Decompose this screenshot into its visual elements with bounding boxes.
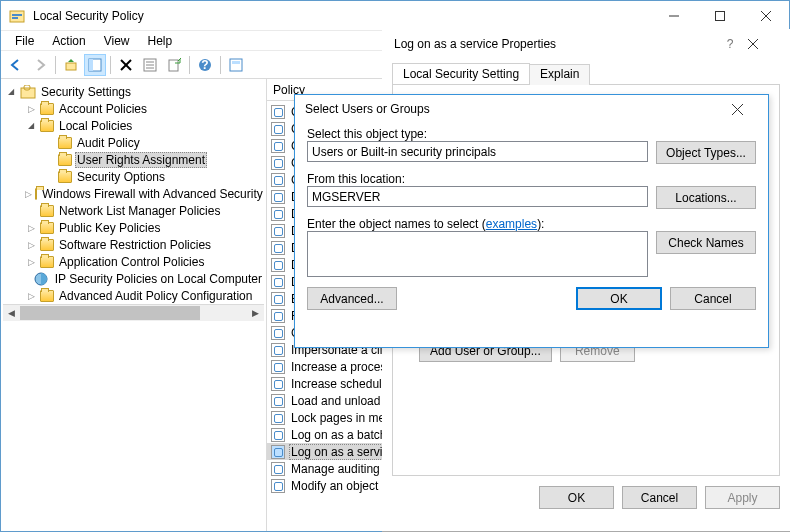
folder-icon: [40, 222, 54, 234]
titlebar: Local Security Policy: [1, 1, 789, 31]
back-button[interactable]: [5, 54, 27, 76]
tree-item[interactable]: IP Security Policies on Local Computer: [3, 270, 264, 287]
expand-icon[interactable]: [25, 239, 37, 251]
scroll-right-icon[interactable]: ▶: [247, 305, 264, 321]
app-icon: [9, 8, 25, 24]
policy-icon: [271, 428, 285, 442]
minimize-button[interactable]: [651, 1, 697, 30]
policy-icon: [271, 224, 285, 238]
ok-button[interactable]: OK: [539, 486, 614, 509]
svg-rect-9: [89, 59, 93, 71]
policy-icon: [271, 258, 285, 272]
menu-action[interactable]: Action: [44, 32, 93, 50]
tree-item-label: Windows Firewall with Advanced Security: [40, 187, 265, 201]
menu-help[interactable]: Help: [140, 32, 181, 50]
menu-view[interactable]: View: [96, 32, 138, 50]
folder-icon: [58, 154, 72, 166]
tree-item-label: Security Options: [75, 170, 167, 184]
show-hide-tree-button[interactable]: [84, 54, 106, 76]
policy-icon: [271, 241, 285, 255]
tree-item[interactable]: Public Key Policies: [3, 219, 264, 236]
expand-icon[interactable]: [25, 222, 37, 234]
maximize-button[interactable]: [697, 1, 743, 30]
expand-icon[interactable]: [25, 119, 37, 132]
folder-icon: [40, 290, 54, 302]
tree-item-label: Network List Manager Policies: [57, 204, 222, 218]
select-dialog-titlebar: Select Users or Groups: [295, 95, 768, 123]
advanced-button[interactable]: Advanced...: [307, 287, 397, 310]
close-button[interactable]: [732, 104, 762, 115]
tree-item[interactable]: Security Options: [3, 168, 264, 185]
tab-explain[interactable]: Explain: [529, 64, 590, 85]
close-button[interactable]: [748, 39, 784, 49]
policy-label: Log on as a service: [289, 444, 397, 460]
tree-pane[interactable]: Security Settings Account PoliciesLocal …: [1, 79, 267, 531]
refresh-button[interactable]: [225, 54, 247, 76]
svg-rect-16: [169, 60, 178, 71]
properties-title: Log on as a service Properties: [394, 37, 712, 51]
close-button[interactable]: [743, 1, 789, 30]
tree-item-label: Account Policies: [57, 102, 149, 116]
tree-item-label: IP Security Policies on Local Computer: [53, 272, 264, 286]
select-users-or-groups-dialog: Select Users or Groups Select this objec…: [294, 94, 769, 348]
svg-rect-1: [12, 14, 22, 16]
examples-link[interactable]: examples: [486, 217, 537, 231]
policy-icon: [271, 173, 285, 187]
help-button[interactable]: ?: [712, 37, 748, 51]
location-field[interactable]: [307, 186, 648, 207]
tree-item-label: User Rights Assignment: [75, 152, 207, 168]
policy-icon: [271, 105, 285, 119]
policy-icon: [271, 462, 285, 476]
folder-icon: [40, 103, 54, 115]
tree-item-label: Audit Policy: [75, 136, 142, 150]
tree-item[interactable]: User Rights Assignment: [3, 151, 264, 168]
tree-item[interactable]: Application Control Policies: [3, 253, 264, 270]
properties-titlebar: Log on as a service Properties ?: [382, 29, 790, 59]
delete-button[interactable]: [115, 54, 137, 76]
policy-icon: [271, 156, 285, 170]
help-button[interactable]: ?: [194, 54, 216, 76]
object-names-input[interactable]: [307, 231, 648, 277]
policy-icon: [271, 445, 285, 459]
cancel-button[interactable]: Cancel: [670, 287, 756, 310]
expand-icon[interactable]: [5, 85, 17, 98]
policy-icon: [271, 326, 285, 340]
tree-item[interactable]: Audit Policy: [3, 134, 264, 151]
policy-icon: [271, 292, 285, 306]
cancel-button[interactable]: Cancel: [622, 486, 697, 509]
folder-icon: [35, 188, 37, 200]
tree-item-label: Local Policies: [57, 119, 134, 133]
tree-item[interactable]: Account Policies: [3, 100, 264, 117]
expand-icon[interactable]: [25, 290, 37, 302]
expand-icon[interactable]: [25, 103, 37, 115]
tree-item[interactable]: Advanced Audit Policy Configuration: [3, 287, 264, 304]
export-button[interactable]: [163, 54, 185, 76]
tree-root[interactable]: Security Settings: [3, 83, 264, 100]
scroll-thumb[interactable]: [20, 306, 200, 320]
forward-button[interactable]: [29, 54, 51, 76]
policy-icon: [271, 411, 285, 425]
tab-local-security-setting[interactable]: Local Security Setting: [392, 63, 530, 84]
tree-item[interactable]: Local Policies: [3, 117, 264, 134]
tree-item-label: Software Restriction Policies: [57, 238, 213, 252]
tree-horizontal-scrollbar[interactable]: ◀ ▶: [3, 304, 264, 321]
tree-item[interactable]: Network List Manager Policies: [3, 202, 264, 219]
expand-icon[interactable]: [25, 188, 32, 200]
ipsec-icon: [34, 272, 50, 286]
security-settings-icon: [20, 85, 36, 99]
ok-button[interactable]: OK: [576, 287, 662, 310]
object-types-button[interactable]: Object Types...: [656, 141, 756, 164]
svg-rect-20: [232, 61, 240, 64]
menu-file[interactable]: File: [7, 32, 42, 50]
apply-button: Apply: [705, 486, 780, 509]
folder-icon: [58, 137, 72, 149]
expand-icon[interactable]: [25, 256, 37, 268]
locations-button[interactable]: Locations...: [656, 186, 756, 209]
tree-item[interactable]: Software Restriction Policies: [3, 236, 264, 253]
object-type-field[interactable]: [307, 141, 648, 162]
up-button[interactable]: [60, 54, 82, 76]
check-names-button[interactable]: Check Names: [656, 231, 756, 254]
properties-button[interactable]: [139, 54, 161, 76]
tree-item[interactable]: Windows Firewall with Advanced Security: [3, 185, 264, 202]
scroll-left-icon[interactable]: ◀: [3, 305, 20, 321]
